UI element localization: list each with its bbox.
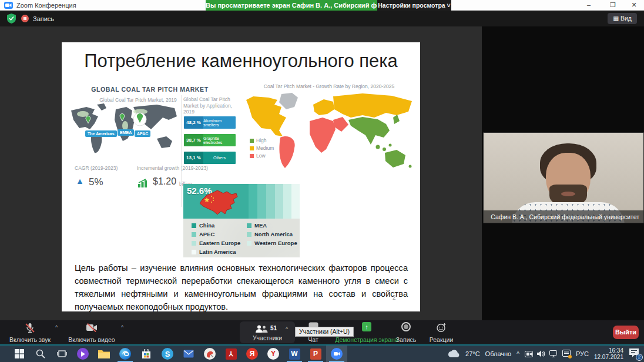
task-view-icon: [57, 350, 67, 358]
legend-latin-america: Latin America: [192, 249, 236, 255]
zoom-app-icon: [4, 2, 13, 9]
mute-options-chevron[interactable]: ^: [55, 324, 58, 330]
powerpoint-icon[interactable]: P: [305, 346, 326, 362]
zoom-taskbar-icon[interactable]: [326, 346, 347, 362]
record-button[interactable]: Запись: [389, 320, 423, 344]
bar-aluminum-smelters: 48,2 %Aluminum smelters: [184, 116, 236, 129]
word-icon[interactable]: W: [284, 346, 305, 362]
task-view-button[interactable]: [51, 346, 72, 362]
recording-label: Запись: [33, 15, 54, 22]
taskbar-clock[interactable]: 16:34 12.07.2021: [594, 347, 623, 361]
windows-logo-icon: [15, 349, 24, 358]
participant-name-strip: Сафин В. А., Сибирский федеральный униве…: [484, 210, 643, 223]
participants-button[interactable]: 51 ^ Участники: [240, 321, 295, 343]
view-button[interactable]: ▦ Вид: [608, 13, 637, 24]
view-settings-button[interactable]: Настройки просмотра ˅: [377, 0, 451, 11]
china-map-icon: [197, 189, 240, 216]
reactions-button[interactable]: Реакции: [424, 320, 458, 344]
skype-icon[interactable]: S: [157, 346, 178, 362]
store-bag-icon: [142, 349, 151, 358]
taskbar-time: 16:34: [594, 347, 623, 354]
camera-off-icon: [86, 323, 98, 332]
legend-medium: Medium: [250, 145, 274, 151]
speaker-icon[interactable]: [537, 350, 545, 357]
legend-apec: APEC: [192, 231, 214, 237]
microphone-muted-icon: [25, 323, 35, 333]
zoom-toolbar: Включить звук ^ Включить видео ^ 51 ^ Уч…: [0, 320, 644, 344]
restore-button[interactable]: ❐: [603, 0, 623, 11]
region-chip-emea: EMEA: [118, 129, 134, 136]
unmute-button[interactable]: Включить звук: [5, 320, 55, 344]
graphics-app-icon[interactable]: [199, 346, 220, 362]
share-chart-legend: China APEC Eastern Europe Latin America …: [183, 219, 300, 257]
slide-page-number: 2: [393, 294, 396, 301]
grid-view-icon: ▦: [613, 15, 619, 22]
region-chip-apac: APAC: [135, 130, 150, 137]
yandex-browser-icon[interactable]: Y: [263, 346, 284, 362]
edge-browser-icon[interactable]: [115, 346, 136, 362]
participant-name: Сафин В. А., Сибирский федеральный униве…: [491, 213, 639, 220]
legend-eastern-europe: Eastern Europe: [192, 240, 240, 246]
slide-title: Потребление каменноугольного пека: [62, 51, 420, 72]
start-video-button[interactable]: Включить видео: [63, 320, 120, 344]
objective-text: Цель работы – изучение влияния основных …: [75, 262, 408, 314]
security-shield-icon[interactable]: [7, 14, 16, 24]
meeting-info-bar: Запись ▦ Вид: [0, 11, 644, 26]
participants-chevron[interactable]: ^: [286, 326, 288, 332]
windows-taskbar: S ⅄ Я Y W P 27°C Облачно ^: [0, 346, 644, 362]
application-chart-title: Global Coal Tar Pitch Market by Applicat…: [183, 96, 239, 115]
participant-video[interactable]: Сафин В. А., Сибирский федеральный униве…: [483, 132, 644, 223]
chart-divider: [181, 95, 182, 207]
recording-indicator-icon[interactable]: [21, 15, 29, 22]
legend-western-europe: Western Europe: [247, 240, 297, 246]
leave-button[interactable]: Выйти: [613, 326, 639, 339]
viewing-screen-banner: Вы просматриваете экран Сафин В. А., Сиб…: [206, 0, 377, 11]
weather-cloud-icon: [447, 350, 460, 358]
weather-temp[interactable]: 27°C: [465, 350, 480, 357]
system-tray-icons: [525, 350, 571, 358]
window-title: Zoom Конференция: [16, 2, 76, 9]
taskbar-tray: 27°C Облачно ^ РУС 16:34 12.07.2021 2: [447, 346, 640, 362]
action-center-button[interactable]: 2: [629, 348, 640, 360]
close-button[interactable]: ✕: [624, 0, 644, 11]
weather-desc[interactable]: Облачно: [485, 350, 512, 357]
taskbar-search-button[interactable]: [30, 346, 51, 362]
taskbar-date: 12.07.2021: [594, 354, 623, 361]
microsoft-store-icon[interactable]: [136, 346, 157, 362]
presentation-slide: Потребление каменноугольного пека GLOBAL…: [62, 42, 420, 311]
participants-count: 51: [270, 325, 277, 331]
market-chart-heading: GLOBAL COAL TAR PITCH MARKET: [62, 86, 238, 93]
share-screen-icon: ↑: [362, 322, 371, 331]
folder-icon: [98, 349, 110, 358]
participants-icon: [255, 325, 268, 333]
triangle-up-icon: ▲: [76, 176, 84, 186]
legend-north-america: North America: [247, 231, 293, 237]
search-icon: [36, 349, 45, 358]
tray-zoom-icon[interactable]: [525, 351, 533, 357]
legend-mea: MEA: [247, 222, 267, 229]
participant-mouth: [561, 192, 575, 196]
acrobat-reader-icon[interactable]: ⅄: [220, 346, 242, 362]
minimize-button[interactable]: –: [579, 0, 599, 11]
bar-others: 13,1 %Others: [184, 152, 236, 164]
record-icon: [401, 322, 411, 331]
growth-map-title: Coal Tar Pitch Market - Growth Rate by R…: [241, 83, 417, 89]
growth-value: $1.20: [153, 176, 176, 187]
mail-app-icon[interactable]: [178, 346, 199, 362]
file-explorer-icon[interactable]: [93, 346, 115, 362]
tray-app-icon[interactable]: [562, 350, 571, 358]
chevron-down-icon: ˅: [447, 2, 451, 9]
yandex-app-icon[interactable]: Я: [242, 346, 263, 362]
legend-high: High: [250, 138, 266, 143]
region-chip-americas: The Americas: [85, 130, 117, 137]
legend-china: China: [192, 222, 214, 229]
network-display-icon[interactable]: [549, 350, 558, 357]
language-indicator[interactable]: РУС: [576, 350, 589, 357]
envelope-icon: [183, 350, 194, 358]
video-options-chevron[interactable]: ^: [121, 324, 123, 330]
growth-world-map: [245, 92, 415, 171]
alice-assistant-icon[interactable]: [72, 346, 93, 362]
start-button[interactable]: [9, 346, 30, 362]
tray-expand-chevron[interactable]: ^: [516, 351, 519, 357]
reactions-smiley-icon: [437, 323, 447, 333]
